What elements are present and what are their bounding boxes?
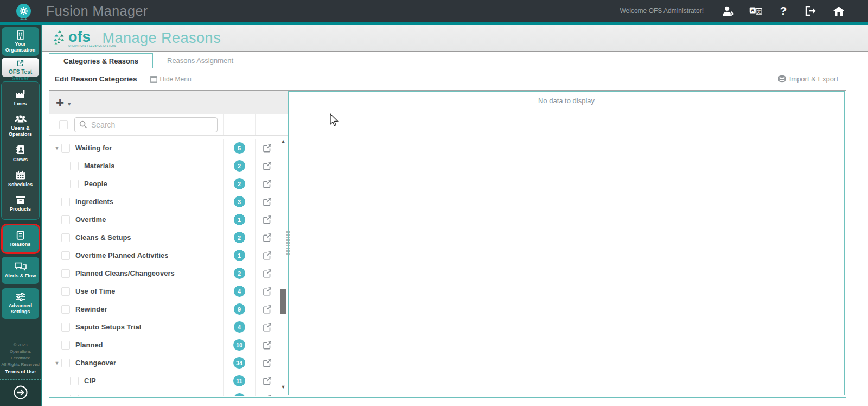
import-export-button[interactable]: Import & Export [778, 75, 838, 83]
calendar-icon [16, 170, 25, 180]
row-checkbox[interactable] [61, 233, 70, 242]
count-badge: 2 [234, 232, 245, 243]
svg-text:文: 文 [757, 9, 761, 14]
row-checkbox[interactable] [70, 162, 79, 170]
edit-open-icon[interactable] [263, 304, 272, 314]
search-input[interactable] [91, 120, 213, 129]
edit-open-icon[interactable] [263, 179, 272, 188]
row-label: Cleans & Setups [75, 233, 131, 242]
row-label: Overtime [75, 215, 106, 224]
tree-scrollbar[interactable]: ▲ ▼ [279, 138, 288, 395]
edit-open-icon[interactable] [263, 233, 272, 242]
edit-open-icon[interactable] [263, 322, 272, 332]
panel-resize-handle[interactable] [286, 231, 290, 255]
tree-row: ▼ Overtime 1 [49, 211, 288, 229]
sidebar-item-label: Advanced Settings [3, 303, 38, 315]
sidebar-footer: © 2023 Operations Feedback All Rights Re… [0, 342, 41, 379]
count-badge: 1 [234, 250, 245, 261]
section-title: Edit Reason Categories [55, 75, 137, 83]
hide-menu-button[interactable]: Hide Menu [150, 75, 192, 83]
row-checkbox[interactable] [70, 377, 79, 385]
edit-open-icon[interactable] [263, 376, 272, 385]
expand-caret[interactable]: ▼ [53, 145, 61, 151]
contacts-icon [16, 145, 25, 155]
row-checkbox[interactable] [61, 323, 70, 332]
building-icon [16, 30, 25, 40]
expand-caret[interactable]: ▼ [53, 360, 61, 366]
row-checkbox[interactable] [70, 395, 79, 397]
row-checkbox[interactable] [61, 287, 70, 296]
tab-categories-reasons[interactable]: Categories & Reasons [49, 53, 153, 68]
row-checkbox[interactable] [61, 215, 70, 224]
count-badge: 1 [234, 214, 245, 225]
scroll-down-icon[interactable]: ▼ [279, 384, 288, 390]
edit-open-icon[interactable] [263, 269, 272, 278]
count-badge: 10 [233, 339, 245, 351]
row-checkbox[interactable] [61, 251, 70, 260]
count-badge: 9 [234, 303, 245, 315]
row-label: Materials [84, 162, 114, 170]
tree-row: ▼ Use of Time 4 [49, 282, 288, 300]
count-badge [234, 393, 245, 396]
select-all-checkbox[interactable] [59, 120, 68, 129]
detail-panel: No data to display [288, 91, 845, 395]
count-badge: 34 [233, 357, 245, 369]
tree-row: ▼ Planned Cleans/Changeovers 2 [49, 264, 288, 282]
row-checkbox[interactable] [61, 269, 70, 278]
edit-open-icon[interactable] [263, 394, 272, 396]
sidebar-item-reasons[interactable]: Reasons [3, 225, 39, 252]
edit-open-icon[interactable] [263, 287, 272, 296]
sidebar-collapse-button[interactable] [0, 379, 41, 406]
section-toolbar: Edit Reason Categories Hide Menu Import … [49, 68, 846, 91]
edit-open-icon[interactable] [263, 161, 272, 170]
count-badge: 5 [234, 142, 245, 154]
ofs-logo-text: ofs [68, 30, 91, 44]
home-icon[interactable] [832, 5, 845, 17]
copyright-line: Operations Feedback [0, 348, 41, 361]
sidebar-item-lines[interactable]: Lines [2, 85, 39, 111]
tree-toolbar: + ▼ [49, 91, 288, 114]
edit-open-icon[interactable] [263, 251, 272, 260]
sidebar-item-your-organisation[interactable]: Your Organisation [2, 27, 39, 56]
tab-reasons-assignment[interactable]: Reasons Assignment [153, 53, 247, 68]
sidebar-item-schedules[interactable]: Schedules [2, 167, 39, 192]
add-category-button[interactable]: + ▼ [56, 97, 72, 108]
chevron-down-icon: ▼ [67, 101, 72, 107]
help-icon[interactable]: ? [777, 5, 790, 17]
tree-row: ▼ Overtime Planned Activities 1 [49, 246, 288, 264]
row-checkbox[interactable] [70, 180, 79, 188]
sidebar-item-label: Products [10, 206, 31, 212]
scrollbar-thumb[interactable] [280, 289, 286, 314]
terms-of-use-link[interactable]: Terms of Use [0, 369, 41, 375]
sidebar-item-users-operators[interactable]: Users & Operators [2, 111, 39, 141]
row-label: Saputo Setups Trial [75, 323, 141, 331]
sidebar-item-products[interactable]: Products [2, 192, 39, 216]
logout-icon[interactable] [805, 5, 818, 17]
row-checkbox[interactable] [61, 341, 70, 350]
ofs-logo: ofs OPERATIONS FEEDBACK SYSTEMS [53, 30, 91, 46]
translate-icon[interactable]: A 文 [749, 5, 762, 17]
plus-icon: + [56, 97, 64, 108]
row-checkbox[interactable] [61, 144, 70, 153]
row-checkbox[interactable] [61, 198, 70, 206]
edit-open-icon[interactable] [263, 215, 272, 224]
edit-open-icon[interactable] [263, 197, 272, 206]
edit-open-icon[interactable] [263, 143, 272, 153]
row-label: Waiting for [75, 144, 112, 152]
tab-bar: Categories & Reasons Reasons Assignment [49, 53, 247, 68]
sidebar-item-advanced-settings[interactable]: Advanced Settings [2, 288, 39, 319]
database-icon [778, 75, 786, 83]
window-icon [150, 76, 157, 83]
factory-icon [15, 89, 27, 99]
sidebar-item-crews[interactable]: Crews [2, 141, 39, 167]
sidebar-item-alerts-flow[interactable]: Alerts & Flow [2, 257, 39, 284]
edit-open-icon[interactable] [263, 340, 272, 350]
edit-open-icon[interactable] [263, 358, 272, 367]
scroll-up-icon[interactable]: ▲ [279, 138, 288, 144]
sidebar-item-ofs-test-server[interactable]: OFS Test Server [2, 58, 39, 77]
count-badge: 4 [234, 321, 245, 333]
row-checkbox[interactable] [61, 305, 70, 314]
row-checkbox[interactable] [61, 359, 70, 367]
row-label: Planned [75, 341, 103, 349]
user-settings-icon[interactable] [722, 5, 735, 17]
